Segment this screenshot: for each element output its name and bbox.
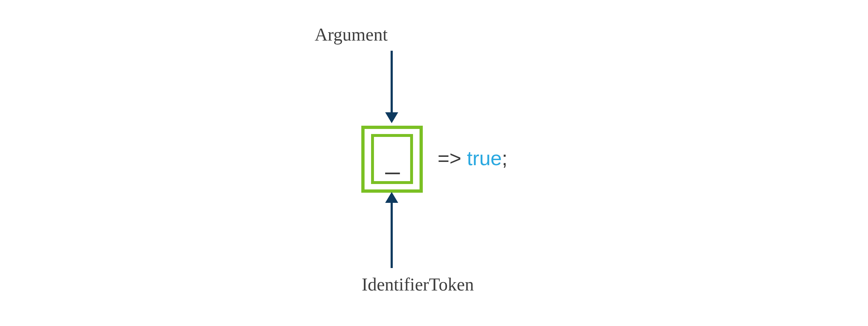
code-expression: => true;	[438, 146, 507, 170]
semicolon: ;	[502, 147, 507, 170]
label-argument: Argument	[315, 24, 388, 45]
diagram-stage: Argument _ => true; IdentifierToken	[0, 0, 868, 326]
underscore-token: _	[386, 148, 400, 173]
label-identifier-token: IdentifierToken	[362, 274, 474, 295]
arrow-operator: =>	[438, 147, 461, 170]
code-space	[461, 147, 467, 170]
true-keyword: true	[467, 147, 502, 170]
